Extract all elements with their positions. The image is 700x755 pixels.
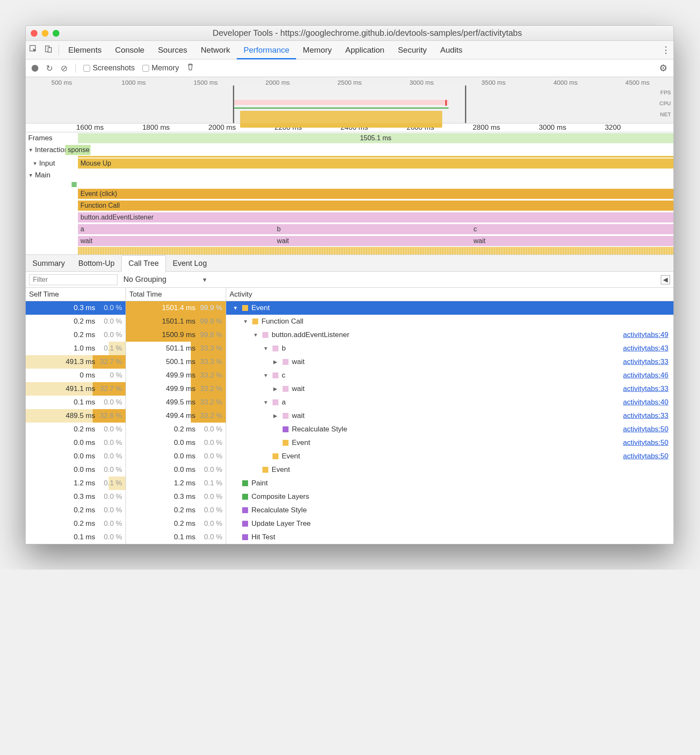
activity-swatch-icon — [283, 386, 289, 392]
tab-audits[interactable]: Audits — [433, 41, 469, 59]
tree-row[interactable]: 0.2 ms0.0 %0.2 ms0.0 %Update Layer Tree — [26, 517, 673, 530]
flame-a[interactable]: a — [78, 224, 275, 234]
source-link[interactable]: activitytabs:40 — [623, 398, 668, 407]
detail-tab-summary[interactable]: Summary — [26, 256, 72, 271]
flame-b[interactable]: b — [275, 224, 471, 234]
chevron-down-icon[interactable]: ▼ — [202, 276, 208, 283]
source-link[interactable]: activitytabs:33 — [623, 385, 668, 393]
tree-row[interactable]: 1.2 ms0.1 %1.2 ms0.1 %Paint — [26, 477, 673, 490]
flame-chart[interactable]: Frames 1505.1 ms ▼Interactions sponse ▼I… — [26, 132, 673, 255]
overview-selection[interactable] — [233, 86, 466, 123]
col-activity[interactable]: Activity — [226, 288, 673, 301]
tree-row[interactable]: 0.0 ms0.0 %0.0 ms0.0 %Eventactivitytabs:… — [26, 436, 673, 450]
activity-swatch-icon — [242, 494, 248, 500]
memory-checkbox[interactable]: Memory — [142, 64, 179, 72]
reload-icon[interactable]: ↻ — [46, 63, 53, 73]
main-tabbar: ElementsConsoleSourcesNetworkPerformance… — [26, 41, 673, 59]
show-heaviest-stack-icon[interactable]: ◀ — [661, 275, 670, 284]
activity-name: Event — [272, 466, 290, 474]
maximize-icon[interactable] — [53, 30, 59, 37]
tab-memory[interactable]: Memory — [296, 41, 339, 59]
overview-minimap[interactable]: 500 ms1000 ms1500 ms2000 ms2500 ms3000 m… — [26, 77, 673, 123]
flame-bar[interactable]: button.addEventListener — [78, 212, 673, 222]
source-link[interactable]: activitytabs:50 — [623, 439, 668, 447]
separator — [59, 45, 59, 55]
source-link[interactable]: activitytabs:33 — [623, 358, 668, 366]
input-label[interactable]: ▼Input — [26, 158, 78, 169]
close-icon[interactable] — [31, 30, 37, 37]
flame-wait[interactable]: wait — [78, 236, 275, 246]
detail-tab-call-tree[interactable]: Call Tree — [121, 255, 166, 272]
source-link[interactable]: activitytabs:33 — [623, 412, 668, 420]
settings-gear-icon[interactable]: ⚙ — [659, 63, 668, 74]
record-button[interactable] — [32, 65, 38, 72]
detail-tab-event-log[interactable]: Event Log — [166, 256, 214, 271]
inspect-icon[interactable] — [26, 45, 41, 55]
source-link[interactable]: activitytabs:50 — [623, 452, 668, 460]
tree-row[interactable]: 0 ms0 %499.9 ms33.2 %▼cactivitytabs:46 — [26, 369, 673, 382]
frame-bar[interactable]: 1505.1 ms — [78, 133, 673, 143]
tab-sources[interactable]: Sources — [151, 41, 194, 59]
activity-name: Recalculate Style — [292, 425, 347, 434]
source-link[interactable]: activitytabs:50 — [623, 425, 668, 434]
minimize-icon[interactable] — [42, 30, 48, 37]
clear-icon[interactable]: ⊘ — [61, 63, 68, 73]
source-link[interactable]: activitytabs:43 — [623, 344, 668, 353]
disclosure-icon[interactable]: ▼ — [263, 399, 269, 405]
col-total-time[interactable]: Total Time — [126, 288, 226, 301]
disclosure-icon[interactable]: ▼ — [253, 332, 259, 338]
tree-row[interactable]: 0.2 ms0.0 %0.2 ms0.0 %Recalculate Style — [26, 503, 673, 517]
flame-c[interactable]: c — [471, 224, 673, 234]
source-link[interactable]: activitytabs:49 — [623, 331, 668, 339]
disclosure-icon[interactable]: ▶ — [273, 413, 279, 419]
activity-name: wait — [292, 412, 305, 420]
grouping-select[interactable]: No Grouping — [123, 275, 166, 284]
tab-security[interactable]: Security — [391, 41, 434, 59]
source-link[interactable]: activitytabs:46 — [623, 371, 668, 380]
activity-swatch-icon — [273, 372, 278, 378]
tree-row[interactable]: 491.1 ms32.7 %499.9 ms33.2 %▶waitactivit… — [26, 382, 673, 396]
overview-lane-labels: FPS CPU NET — [660, 87, 671, 120]
flame-wait[interactable]: wait — [275, 236, 471, 246]
tab-application[interactable]: Application — [339, 41, 391, 59]
device-toggle-icon[interactable] — [41, 45, 56, 55]
tree-row[interactable]: 1.0 ms0.1 %501.1 ms33.3 %▼bactivitytabs:… — [26, 342, 673, 355]
tree-row[interactable]: 489.5 ms32.6 %499.4 ms33.2 %▶waitactivit… — [26, 409, 673, 423]
trash-icon[interactable] — [187, 63, 194, 73]
tree-row[interactable]: 0.2 ms0.0 %1500.9 ms99.8 %▼button.addEve… — [26, 328, 673, 342]
tree-row[interactable]: 0.3 ms0.0 %1501.4 ms99.9 %▼Event — [26, 301, 673, 315]
disclosure-icon[interactable]: ▼ — [233, 305, 239, 311]
filter-row: No Grouping ▼ ◀ — [26, 272, 673, 288]
tree-row[interactable]: 491.3 ms32.7 %500.1 ms33.3 %▶waitactivit… — [26, 355, 673, 369]
flame-bar[interactable]: Function Call — [78, 201, 673, 211]
tree-row[interactable]: 0.1 ms0.0 %0.1 ms0.0 %Hit Test — [26, 530, 673, 544]
flame-bar[interactable]: Event (click) — [78, 189, 673, 199]
tree-row[interactable]: 0.1 ms0.0 %499.5 ms33.2 %▼aactivitytabs:… — [26, 396, 673, 409]
tree-row[interactable]: 0.2 ms0.0 %1501.1 ms99.9 %▼Function Call — [26, 315, 673, 328]
flame-wait[interactable]: wait — [471, 236, 673, 246]
tab-elements[interactable]: Elements — [61, 41, 108, 59]
tree-row[interactable]: 0.0 ms0.0 %0.0 ms0.0 %Eventactivitytabs:… — [26, 450, 673, 463]
svg-rect-2 — [48, 48, 51, 52]
tree-row[interactable]: 0.0 ms0.0 %0.0 ms0.0 %Event — [26, 463, 673, 477]
tree-row[interactable]: 0.2 ms0.0 %0.2 ms0.0 %Recalculate Stylea… — [26, 423, 673, 436]
activity-swatch-icon — [273, 399, 278, 405]
detail-tab-bottom-up[interactable]: Bottom-Up — [72, 256, 121, 271]
main-label[interactable]: ▼Main — [26, 169, 78, 181]
disclosure-icon[interactable]: ▼ — [243, 319, 249, 324]
disclosure-icon[interactable]: ▶ — [273, 386, 279, 392]
tab-network[interactable]: Network — [194, 41, 237, 59]
screenshots-checkbox[interactable]: Screenshots — [83, 64, 135, 72]
input-bar[interactable]: Mouse Up — [78, 158, 673, 169]
activity-name: Event — [282, 452, 300, 460]
col-self-time[interactable]: Self Time — [26, 288, 126, 301]
disclosure-icon[interactable]: ▼ — [263, 345, 269, 351]
disclosure-icon[interactable]: ▶ — [273, 359, 279, 365]
tree-header: Self Time Total Time Activity — [26, 288, 673, 301]
tab-console[interactable]: Console — [108, 41, 151, 59]
kebab-menu-icon[interactable]: ⋮ — [658, 45, 673, 56]
tree-row[interactable]: 0.3 ms0.0 %0.3 ms0.0 %Composite Layers — [26, 490, 673, 503]
filter-input[interactable] — [29, 274, 118, 285]
disclosure-icon[interactable]: ▼ — [263, 372, 269, 378]
tab-performance[interactable]: Performance — [237, 41, 296, 59]
